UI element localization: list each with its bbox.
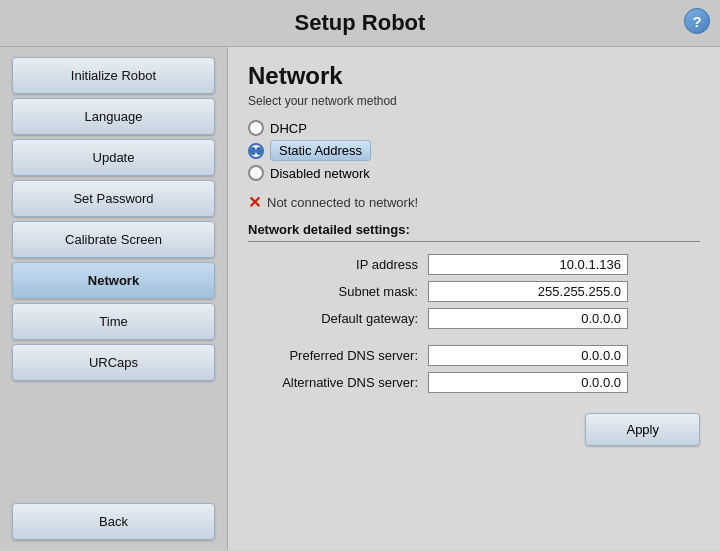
radio-circle-dhcp: [248, 120, 264, 136]
apply-row: Apply: [248, 413, 700, 446]
main-layout: Initialize RobotLanguageUpdateSet Passwo…: [0, 47, 720, 550]
page-header: Setup Robot ?: [0, 0, 720, 47]
field-row-default-gateway: Default gateway:: [248, 308, 700, 329]
radio-circle-disabled: [248, 165, 264, 181]
radio-dhcp[interactable]: DHCP: [248, 120, 700, 136]
network-title: Network: [248, 62, 700, 90]
apply-button[interactable]: Apply: [585, 413, 700, 446]
sidebar-btn-calibrate-screen[interactable]: Calibrate Screen: [12, 221, 215, 258]
help-button[interactable]: ?: [684, 8, 710, 34]
network-method-radio-group: DHCP Static Address Disabled network: [248, 120, 700, 181]
field-row-preferred-dns: Preferred DNS server:: [248, 345, 700, 366]
sidebar-btn-network[interactable]: Network: [12, 262, 215, 299]
field-label-ip-address: IP address: [248, 257, 428, 272]
sidebar-btn-update[interactable]: Update: [12, 139, 215, 176]
sidebar-btn-urcaps[interactable]: URCaps: [12, 344, 215, 381]
status-text: Not connected to network!: [267, 195, 418, 210]
network-fields: IP address Subnet mask: Default gateway:: [248, 254, 700, 329]
radio-label-disabled: Disabled network: [270, 166, 370, 181]
network-details-header: Network detailed settings:: [248, 222, 700, 242]
sidebar-spacer: [12, 389, 215, 499]
back-button[interactable]: Back: [12, 503, 215, 540]
sidebar-btn-time[interactable]: Time: [12, 303, 215, 340]
sidebar-btn-set-password[interactable]: Set Password: [12, 180, 215, 217]
field-input-subnet-mask[interactable]: [428, 281, 628, 302]
page-title: Setup Robot: [0, 10, 720, 36]
network-status-row: ✕ Not connected to network!: [248, 193, 700, 212]
field-label-default-gateway: Default gateway:: [248, 311, 428, 326]
field-row-ip-address: IP address: [248, 254, 700, 275]
sidebar: Initialize RobotLanguageUpdateSet Passwo…: [0, 47, 228, 550]
field-spacer: [248, 335, 700, 345]
field-row-alternative-dns: Alternative DNS server:: [248, 372, 700, 393]
radio-static[interactable]: Static Address: [248, 140, 700, 161]
field-input-preferred-dns[interactable]: [428, 345, 628, 366]
radio-label-dhcp: DHCP: [270, 121, 307, 136]
field-input-alternative-dns[interactable]: [428, 372, 628, 393]
field-label-subnet-mask: Subnet mask:: [248, 284, 428, 299]
sidebar-btn-initialize-robot[interactable]: Initialize Robot: [12, 57, 215, 94]
radio-disabled[interactable]: Disabled network: [248, 165, 700, 181]
radio-circle-static: [248, 143, 264, 159]
field-label-preferred-dns: Preferred DNS server:: [248, 348, 428, 363]
field-input-ip-address[interactable]: [428, 254, 628, 275]
dns-fields: Preferred DNS server: Alternative DNS se…: [248, 345, 700, 393]
field-input-default-gateway[interactable]: [428, 308, 628, 329]
status-error-icon: ✕: [248, 193, 261, 212]
field-label-alternative-dns: Alternative DNS server:: [248, 375, 428, 390]
content-area: Network Select your network method DHCP …: [228, 47, 720, 550]
sidebar-btn-language[interactable]: Language: [12, 98, 215, 135]
radio-label-static: Static Address: [270, 140, 371, 161]
network-subtitle: Select your network method: [248, 94, 700, 108]
field-row-subnet-mask: Subnet mask:: [248, 281, 700, 302]
